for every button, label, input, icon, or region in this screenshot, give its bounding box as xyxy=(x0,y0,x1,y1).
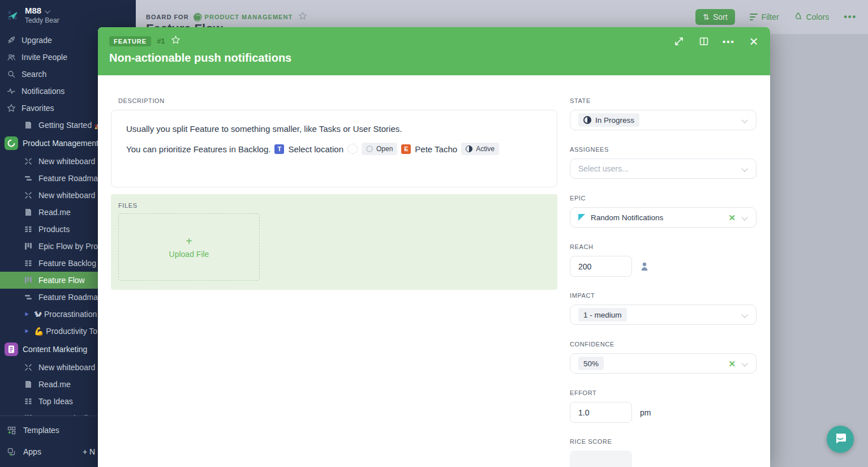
state-value: In Progress xyxy=(595,116,634,125)
assignees-placeholder: Select users... xyxy=(578,164,629,173)
open-state-icon xyxy=(366,145,373,152)
chevron-down-icon xyxy=(741,311,747,318)
state-select[interactable]: In Progress xyxy=(570,110,757,130)
close-icon[interactable]: × xyxy=(747,35,760,48)
entity-title[interactable]: Non-actionable push notifications xyxy=(109,52,759,65)
app-green-icon xyxy=(5,136,18,150)
entity-star-icon[interactable] xyxy=(171,35,181,47)
sidebar-item-label: Top Ideas xyxy=(38,397,73,406)
sidebar-item-label: Templates xyxy=(23,426,59,435)
app-purple-icon xyxy=(5,342,18,356)
modal-more-icon[interactable]: ••• xyxy=(723,35,735,48)
rocket-icon xyxy=(7,36,16,45)
favorite-star-icon[interactable] xyxy=(298,11,307,23)
description-line1: Usually you split Feature to something s… xyxy=(126,124,542,134)
colors-button[interactable]: Colors xyxy=(794,12,829,22)
pulse-icon xyxy=(7,87,16,96)
workspace-logo-icon xyxy=(5,7,20,23)
impact-label: IMPACT xyxy=(570,292,757,299)
sidebar-item-label: Upgrade xyxy=(22,36,52,45)
sidebar-item-label: Content Marketing xyxy=(23,345,87,354)
sidebar-item-label: Feature Roadmap xyxy=(38,293,102,302)
grid-icon xyxy=(24,259,33,268)
filter-button[interactable]: Filter xyxy=(750,12,779,22)
roadmap-icon xyxy=(24,174,33,183)
workspace-subtitle: Teddy Bear xyxy=(25,17,59,25)
clear-confidence-icon[interactable]: ✕ xyxy=(728,359,736,369)
star-icon xyxy=(7,104,16,113)
filter-icon xyxy=(750,14,758,20)
apps-icon xyxy=(7,447,16,457)
sidebar-item-label: Invite People xyxy=(22,53,67,62)
board-more-button[interactable]: ••• xyxy=(844,12,857,22)
chevron-down-icon xyxy=(45,8,50,14)
entity-id: #1 xyxy=(157,37,165,45)
board-icon xyxy=(24,276,33,285)
whiteboard-icon xyxy=(24,363,33,372)
task-type-badge: T xyxy=(274,144,284,154)
triangle-right-icon xyxy=(24,311,29,317)
description-editor[interactable]: Usually you split Feature to something s… xyxy=(111,110,557,187)
board-app-name[interactable]: PRODUCT MANAGEMENT xyxy=(205,14,293,20)
clear-epic-icon[interactable]: ✕ xyxy=(728,213,736,223)
chevron-down-icon xyxy=(741,214,747,220)
epic-select[interactable]: Random Notifications ✕ xyxy=(570,207,757,228)
chevron-down-icon xyxy=(741,360,747,366)
grid-icon xyxy=(24,225,33,234)
new-app-button[interactable]: + N xyxy=(83,447,95,456)
reach-input[interactable] xyxy=(570,256,632,277)
task-mention-link[interactable]: Select location xyxy=(288,144,343,154)
task-state-chip[interactable]: Open xyxy=(362,143,397,155)
sidebar-item-label: Feature Backlog xyxy=(38,259,96,268)
epic-type-badge: E xyxy=(401,144,411,154)
sidebar-item-label: Feature Flow xyxy=(38,276,85,285)
board-icon xyxy=(24,242,33,251)
plus-icon: + xyxy=(186,236,192,246)
page-icon xyxy=(24,208,33,217)
assignees-select[interactable]: Select users... xyxy=(570,158,757,179)
epic-state-chip[interactable]: Active xyxy=(461,143,499,155)
sidebar-item-label: Favorites xyxy=(22,104,54,113)
epic-mention-link[interactable]: Pete Tacho xyxy=(415,144,457,154)
sidebar-item-label: 💪 Productivity To xyxy=(34,327,97,336)
page-icon xyxy=(24,121,33,130)
state-label: STATE xyxy=(570,97,757,104)
split-view-icon[interactable] xyxy=(698,35,710,48)
sort-button[interactable]: ⇅Sort xyxy=(695,9,734,25)
sidebar-item-label: Read.me xyxy=(38,380,71,389)
chevron-down-icon xyxy=(741,117,747,123)
impact-select[interactable]: 1 - medium xyxy=(570,305,757,325)
confidence-value: 50% xyxy=(583,359,599,368)
effort-input[interactable] xyxy=(570,402,632,423)
confidence-select[interactable]: 50% ✕ xyxy=(570,353,757,374)
epic-value: Random Notifications xyxy=(591,213,663,222)
expand-icon[interactable] xyxy=(673,35,685,48)
whiteboard-icon xyxy=(24,191,33,200)
sidebar-item-label: Epic Flow by Prod xyxy=(38,242,102,251)
triangle-right-icon xyxy=(24,328,29,334)
assignee-placeholder-icon[interactable] xyxy=(347,144,358,154)
sidebar-item-label: Product Management xyxy=(23,139,98,148)
chat-widget-button[interactable] xyxy=(827,426,854,453)
sidebar-item-label: Search xyxy=(22,70,46,79)
roadmap-icon xyxy=(24,293,33,302)
effort-unit: pm xyxy=(640,408,651,417)
workspace-switcher[interactable]: M88 Teddy Bear xyxy=(0,0,136,29)
sidebar-item-label: Feature Roadmap xyxy=(38,174,102,183)
upload-file-dropzone[interactable]: + Upload File xyxy=(118,213,260,281)
sidebar-item-label: 🐿 Procrastination xyxy=(34,310,97,319)
sidebar-item-label: New whiteboard xyxy=(38,157,95,166)
rice-score-label: RICE SCORE xyxy=(570,438,757,445)
whiteboard-icon xyxy=(24,157,33,166)
paint-drop-icon xyxy=(794,12,802,22)
sort-icon: ⇅ xyxy=(703,12,710,22)
sidebar-item-label: Notifications xyxy=(22,87,65,96)
sidebar-item-label: Apps xyxy=(23,447,41,456)
chat-bubble-icon xyxy=(833,431,847,447)
epic-label: EPIC xyxy=(570,195,757,202)
rice-score-value-box xyxy=(570,451,632,467)
active-state-icon xyxy=(466,145,472,152)
users-icon xyxy=(7,53,16,62)
board-for-label: BOARD FOR xyxy=(146,14,189,20)
sidebar-item-label: New whiteboard xyxy=(38,191,95,200)
